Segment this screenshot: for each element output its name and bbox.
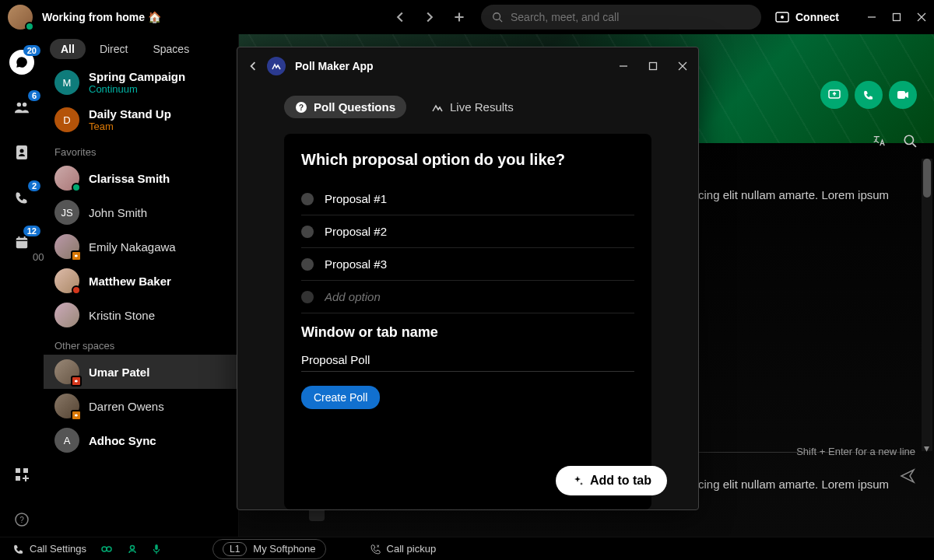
favorite-item[interactable]: Kristin Stone xyxy=(44,298,238,332)
option-input[interactable] xyxy=(325,192,634,205)
audio-call-button[interactable] xyxy=(855,81,883,109)
svg-point-5 xyxy=(23,103,26,107)
new-tab-icon[interactable] xyxy=(451,9,467,25)
other-item[interactable]: Umar Patel xyxy=(44,355,238,389)
tab-name-input[interactable] xyxy=(301,348,634,372)
add-option-input[interactable] xyxy=(325,290,634,303)
scroll-thumb[interactable] xyxy=(923,159,931,198)
svg-point-4 xyxy=(17,103,21,107)
chat-badge: 20 xyxy=(23,45,40,56)
space-item[interactable]: D Daily Stand Up Team xyxy=(44,101,238,138)
avatar xyxy=(54,166,79,191)
nav-rail: 20 6 2 12 ? xyxy=(0,34,44,537)
scrollbar[interactable]: ▴ ▾ xyxy=(922,159,932,451)
softphone-selector[interactable]: L1 My Softphone xyxy=(212,539,326,559)
option-input[interactable] xyxy=(325,225,634,238)
rail-chat[interactable]: 20 xyxy=(9,50,34,75)
svg-text:?: ? xyxy=(299,103,304,112)
avatar xyxy=(54,268,79,293)
other-item[interactable]: Darren Owens xyxy=(44,389,238,423)
modal-close-icon[interactable] xyxy=(678,61,687,71)
poll-question: Which proposal option do you like? xyxy=(301,151,634,169)
poll-option[interactable] xyxy=(301,248,634,281)
camera-badge-icon xyxy=(71,376,82,387)
tab-all[interactable]: All xyxy=(50,39,86,59)
search-in-space-icon[interactable] xyxy=(903,134,917,148)
tab-live-results[interactable]: Live Results xyxy=(420,96,525,118)
queue-icon[interactable] xyxy=(127,544,138,555)
modal-minimize-icon[interactable] xyxy=(619,61,628,71)
svg-point-20 xyxy=(102,547,107,551)
screen-share-button[interactable] xyxy=(820,81,848,109)
presence-toggle-icon[interactable] xyxy=(100,544,113,555)
tab-spaces[interactable]: Spaces xyxy=(142,39,200,59)
poll-option[interactable] xyxy=(301,215,634,248)
modal-back-icon[interactable] xyxy=(248,61,258,72)
svg-rect-11 xyxy=(16,476,20,481)
option-input[interactable] xyxy=(325,257,634,271)
call-pickup-icon xyxy=(370,544,382,555)
mic-icon[interactable] xyxy=(152,544,161,555)
other-item[interactable]: A Adhoc Sync xyxy=(44,423,238,457)
scroll-down-icon[interactable]: ▾ xyxy=(924,442,929,454)
send-icon[interactable] xyxy=(900,468,915,484)
results-icon xyxy=(431,101,444,114)
rail-contacts[interactable] xyxy=(9,140,34,165)
tab-direct[interactable]: Direct xyxy=(89,39,139,59)
create-poll-button[interactable]: Create Poll xyxy=(301,386,380,409)
window-close-icon[interactable] xyxy=(917,12,926,22)
other-label: Darren Owens xyxy=(89,400,164,413)
tab-poll-questions[interactable]: ? Poll Questions xyxy=(284,96,406,118)
app-logo-icon xyxy=(267,57,286,75)
favorite-label: Emily Nakagawa xyxy=(89,240,176,254)
space-avatar: D xyxy=(54,107,79,132)
rail-help[interactable]: ? xyxy=(9,507,34,532)
favorite-item[interactable]: Matthew Baker xyxy=(44,264,238,298)
connect-button[interactable]: Connect xyxy=(775,11,839,23)
rail-apps[interactable] xyxy=(9,462,34,487)
search-field[interactable] xyxy=(511,11,750,23)
favorite-item[interactable]: Emily Nakagawa xyxy=(44,229,238,264)
call-settings-button[interactable]: Call Settings xyxy=(12,543,86,555)
self-avatar[interactable] xyxy=(8,5,33,30)
radio-icon[interactable] xyxy=(301,193,314,205)
poll-option[interactable] xyxy=(301,183,634,215)
rail-teams[interactable]: 6 xyxy=(9,95,34,120)
nav-forward-icon[interactable] xyxy=(422,9,437,25)
favorite-item[interactable]: Clarissa Smith xyxy=(44,161,238,195)
radio-icon[interactable] xyxy=(301,226,314,238)
modal-title: Poll Maker App xyxy=(295,60,374,72)
rail-calls[interactable]: 2 xyxy=(9,185,34,210)
svg-point-0 xyxy=(493,13,500,20)
message-text: cing elit nullam amarte. Lorem ipsum xyxy=(698,187,900,205)
nav-back-icon[interactable] xyxy=(392,9,408,25)
favorite-item[interactable]: JS John Smith xyxy=(44,195,238,229)
add-to-tab-button[interactable]: Add to tab xyxy=(556,466,667,495)
rail-calendar[interactable]: 12 xyxy=(9,230,34,255)
space-sub: Continuum xyxy=(89,83,185,95)
call-pickup-button[interactable]: Call pickup xyxy=(370,543,437,555)
apps-icon xyxy=(15,467,29,481)
modal-maximize-icon[interactable] xyxy=(648,61,658,71)
favorite-label: John Smith xyxy=(89,206,147,219)
calendar-badge: 12 xyxy=(23,226,40,236)
favorite-label: Clarissa Smith xyxy=(89,172,170,185)
status-text[interactable]: Working from home 🏠 xyxy=(42,11,161,23)
add-option[interactable] xyxy=(301,281,634,313)
svg-rect-17 xyxy=(650,63,657,70)
svg-point-7 xyxy=(20,149,24,153)
compose-hint: Shift + Enter for a new line xyxy=(796,446,915,457)
window-minimize-icon[interactable] xyxy=(867,12,876,22)
space-item[interactable]: M Spring Campaign Continuum xyxy=(44,64,238,101)
teams-icon xyxy=(13,100,30,114)
avatar: JS xyxy=(54,200,79,225)
translate-icon[interactable] xyxy=(872,134,886,148)
presence-dot-icon xyxy=(72,183,81,192)
svg-point-16 xyxy=(904,135,913,144)
favorites-heading: Favorites xyxy=(44,138,238,161)
question-icon: ? xyxy=(295,101,307,114)
search-input[interactable] xyxy=(481,5,761,30)
video-call-button[interactable] xyxy=(889,81,917,109)
window-maximize-icon[interactable] xyxy=(892,12,901,22)
radio-icon[interactable] xyxy=(301,258,314,271)
